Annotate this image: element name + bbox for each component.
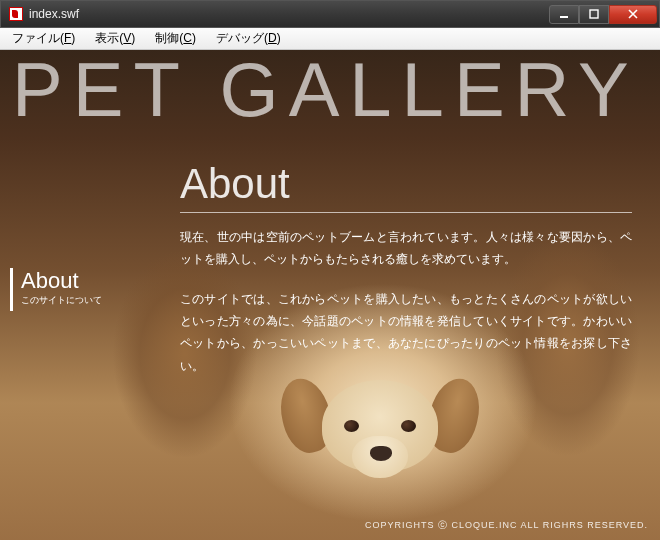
heading-underline <box>180 212 632 213</box>
menu-view[interactable]: 表示(V) <box>85 28 145 49</box>
copyright-footer: COPYRIGHTS ⓒ CLOQUE.INC ALL RIGHRS RESER… <box>365 519 648 532</box>
paragraph-1: 現在、世の中は空前のペットブームと言われています。人々は様々な要因から、ペットを… <box>180 226 632 270</box>
close-button[interactable] <box>609 5 657 24</box>
menu-debug[interactable]: デバッグ(D) <box>206 28 291 49</box>
menu-file[interactable]: ファイル(F) <box>2 28 85 49</box>
page-heading: About <box>180 160 290 208</box>
flash-content: PET GALLERY About 現在、世の中は空前のペットブームと言われてい… <box>0 50 660 540</box>
svg-rect-1 <box>590 10 598 18</box>
minimize-button[interactable] <box>549 5 579 24</box>
sidebar-subtitle: このサイトについて <box>21 294 150 307</box>
paragraph-2: このサイトでは、これからペットを購入したい、もっとたくさんのペットが欲しいといっ… <box>180 288 632 377</box>
menu-control[interactable]: 制御(C) <box>145 28 206 49</box>
menubar: ファイル(F) 表示(V) 制御(C) デバッグ(D) <box>0 28 660 50</box>
sidebar-title: About <box>21 270 150 292</box>
maximize-button[interactable] <box>579 5 609 24</box>
app-window: index.swf ファイル(F) 表示(V) 制御(C) デバッグ(D) PE… <box>0 0 660 540</box>
window-title: index.swf <box>29 7 549 21</box>
window-buttons <box>549 5 657 24</box>
titlebar[interactable]: index.swf <box>0 0 660 28</box>
flash-icon <box>9 7 23 21</box>
sidebar-nav-item[interactable]: About このサイトについて <box>10 268 150 311</box>
svg-rect-0 <box>560 16 568 18</box>
site-title: PET GALLERY <box>12 50 639 133</box>
